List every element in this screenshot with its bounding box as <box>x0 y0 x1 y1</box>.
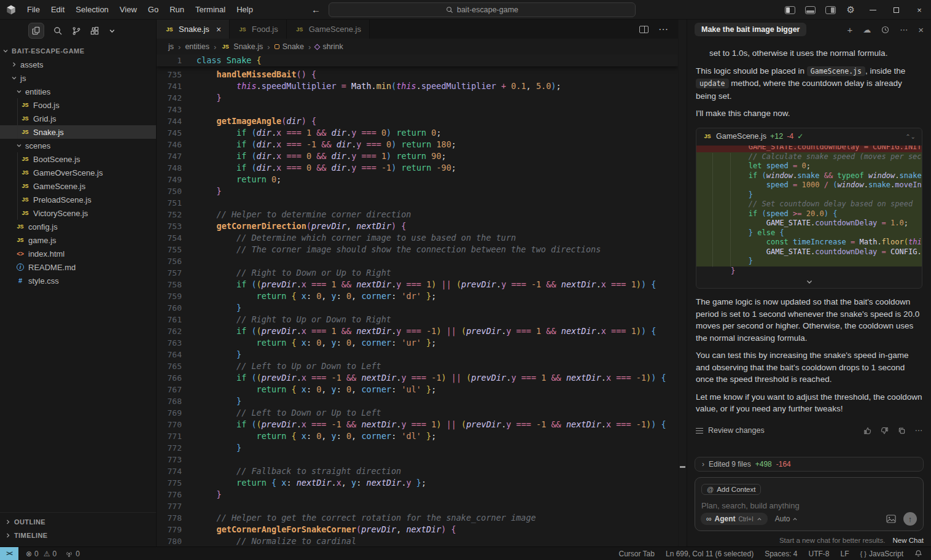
eol-status[interactable]: LF <box>841 550 849 558</box>
breadcrumb-item-js[interactable]: js <box>168 42 174 51</box>
nav-back-icon[interactable]: ← <box>311 4 321 15</box>
tab-close-icon[interactable]: × <box>216 25 221 34</box>
tree-item-gameoverscene-js[interactable]: JSGameOverScene.js <box>0 166 156 179</box>
menu-view[interactable]: View <box>114 5 142 14</box>
message-more-icon[interactable]: ⋯ <box>915 425 923 437</box>
code-line-770[interactable]: 770 if ((prevDir.x === -1 && nextDir.y =… <box>157 419 678 430</box>
new-chat-button[interactable]: New Chat <box>893 537 924 544</box>
toggle-panel-icon[interactable] <box>805 6 816 14</box>
tree-item-config-js[interactable]: JSconfig.js <box>0 220 156 233</box>
code-line-761[interactable]: 761 // Right to Up or Down to Right <box>157 314 678 325</box>
problems-indicator[interactable]: ⊗ 0 ⚠ 0 <box>26 550 56 558</box>
editor-more-actions-icon[interactable]: ⋯ <box>658 23 668 35</box>
outline-section[interactable]: OUTLINE <box>0 515 156 529</box>
chat-input-box[interactable]: @ Add Context Plan, search, build anythi… <box>695 477 924 531</box>
cursor-tab-status[interactable]: Cursor Tab <box>618 550 654 558</box>
menu-edit[interactable]: Edit <box>45 5 70 14</box>
tree-item-grid-js[interactable]: JSGrid.js <box>0 112 156 125</box>
menu-file[interactable]: File <box>21 5 45 14</box>
code-line-763[interactable]: 763 return { x: 0, y: 0, corner: 'ur' }; <box>157 337 678 349</box>
code-line-753[interactable]: 753 getCornerDirection(prevDir, nextDir)… <box>157 220 678 232</box>
indentation-status[interactable]: Spaces: 4 <box>765 550 797 558</box>
chat-input-placeholder[interactable]: Plan, search, build anything <box>701 501 917 510</box>
tree-item-scenes[interactable]: scenes <box>0 139 156 152</box>
breadcrumb-item-snake[interactable]: Snake <box>275 42 304 51</box>
command-search-bar[interactable]: bait-escape-game <box>329 2 636 17</box>
code-line-751[interactable]: 751 <box>157 197 678 209</box>
breadcrumb-item-snake-js[interactable]: JSSnake.js <box>220 42 263 51</box>
breadcrumb-item-entities[interactable]: entities <box>185 42 209 51</box>
agent-mode-selector[interactable]: ∞ Agent Ctrl+I <box>701 513 768 525</box>
tab-food-js[interactable]: JSFood.js <box>230 20 287 39</box>
menu-terminal[interactable]: Terminal <box>190 5 231 14</box>
diff-expand-chevron-icon[interactable] <box>696 276 922 288</box>
code-line-764[interactable]: 764 } <box>157 349 678 360</box>
edited-files-bar[interactable]: › Edited 9 files +498 -164 <box>695 457 924 472</box>
model-selector[interactable]: Auto <box>775 515 798 523</box>
menu-run[interactable]: Run <box>164 5 190 14</box>
tree-item-bait-escape-game[interactable]: BAIT-ESCAPE-GAME <box>0 44 156 58</box>
code-line-745[interactable]: 745 if (dir.x === 1 && dir.y === 0) retu… <box>157 127 678 139</box>
code-line-768[interactable]: 768 } <box>157 395 678 407</box>
code-line-769[interactable]: 769 // Left to Down or Up to Left <box>157 407 678 419</box>
more-views-chevron-icon[interactable] <box>109 28 115 34</box>
code-line-762[interactable]: 762 if ((prevDir.x === 1 && nextDir.y ==… <box>157 325 678 337</box>
code-line-748[interactable]: 748 if (dir.x === 0 && dir.y === -1) ret… <box>157 162 678 174</box>
tree-item-assets[interactable]: assets <box>0 58 156 71</box>
code-line-777[interactable]: 777 <box>157 500 678 512</box>
toggle-secondary-sidebar-icon[interactable] <box>825 6 836 14</box>
code-line-772[interactable]: 772 } <box>157 442 678 454</box>
thumbs-down-icon[interactable] <box>881 427 889 435</box>
code-line-771[interactable]: 771 return { x: 0, y: 0, corner: 'dl' }; <box>157 430 678 442</box>
tree-item-style-css[interactable]: #style.css <box>0 274 156 287</box>
window-minimize-button[interactable] <box>861 0 884 20</box>
menu-selection[interactable]: Selection <box>70 5 114 14</box>
toggle-sidebar-icon[interactable] <box>785 6 795 14</box>
tree-item-js[interactable]: js <box>0 71 156 85</box>
code-line-760[interactable]: 760 } <box>157 302 678 314</box>
tree-item-gamescene-js[interactable]: JSGameScene.js <box>0 179 156 193</box>
language-status[interactable]: { } JavaScript <box>860 550 903 558</box>
code-line-749[interactable]: 749 return 0; <box>157 174 678 185</box>
code-line-766[interactable]: 766 if ((prevDir.x === -1 && nextDir.y =… <box>157 372 678 384</box>
code-line-741[interactable]: 741 this.speedMultiplier = Math.min(this… <box>157 80 678 92</box>
tree-item-preloadscene-js[interactable]: JSPreloadScene.js <box>0 193 156 206</box>
window-maximize-button[interactable] <box>884 0 908 20</box>
encoding-status[interactable]: UTF-8 <box>809 550 830 558</box>
review-changes-label[interactable]: Review changes <box>708 425 765 437</box>
code-line-742[interactable]: 742 } <box>157 92 678 104</box>
cloud-icon[interactable]: ☁ <box>863 25 871 34</box>
chat-tab-title[interactable]: Make the bait image bigger <box>695 23 806 36</box>
new-chat-plus-icon[interactable]: + <box>847 25 852 35</box>
tree-item-victoryscene-js[interactable]: JSVictoryScene.js <box>0 206 156 220</box>
code-line-779[interactable]: 779 getCornerAngleForSnakeCorner(prevDir… <box>157 524 678 535</box>
code-line-750[interactable]: 750 } <box>157 185 678 197</box>
timeline-section[interactable]: TIMELINE <box>0 529 156 542</box>
menu-go[interactable]: Go <box>142 5 164 14</box>
code-line-757[interactable]: 757 // Right to Down or Up to Right <box>157 267 678 279</box>
chat-close-icon[interactable]: × <box>918 25 924 35</box>
code-line-752[interactable]: 752 // Helper to determine corner direct… <box>157 209 678 220</box>
code-line-743[interactable]: 743 <box>157 104 678 115</box>
overview-ruler[interactable] <box>678 20 687 546</box>
code-line-758[interactable]: 758 if ((prevDir.x === 1 && nextDir.y ==… <box>157 279 678 290</box>
code-line-735[interactable]: 735 handleMissedBait() { <box>157 69 678 80</box>
expand-collapse-icon[interactable]: ⌃⌄ <box>905 134 916 139</box>
diff-card-header[interactable]: JS GameScene.js +12 -4 ✓ ⌃⌄ <box>696 128 922 146</box>
send-button[interactable]: ↑ <box>903 512 917 526</box>
code-line-780[interactable]: 780 // Normalize to cardinal <box>157 535 678 546</box>
source-control-icon[interactable] <box>72 26 81 36</box>
tab-gamescene-js[interactable]: JSGameScene.js <box>287 20 370 39</box>
tree-item-bootscene-js[interactable]: JSBootScene.js <box>0 152 156 166</box>
notifications-bell-icon[interactable] <box>914 550 922 558</box>
code-line-747[interactable]: 747 if (dir.x === 0 && dir.y === 1) retu… <box>157 150 678 162</box>
code-line-773[interactable]: 773 <box>157 454 678 465</box>
split-editor-icon[interactable] <box>639 26 649 33</box>
cursor-position-status[interactable]: Ln 699, Col 11 (6 selected) <box>666 550 754 558</box>
code-line-765[interactable]: 765 // Left to Up or Down to Left <box>157 360 678 372</box>
tree-item-snake-js[interactable]: JSSnake.js <box>0 125 156 139</box>
menu-help[interactable]: Help <box>231 5 259 14</box>
code-line-767[interactable]: 767 return { x: 0, y: 0, corner: 'ul' }; <box>157 384 678 395</box>
code-line-759[interactable]: 759 return { x: 0, y: 0, corner: 'dr' }; <box>157 290 678 302</box>
add-context-chip[interactable]: @ Add Context <box>701 484 761 495</box>
